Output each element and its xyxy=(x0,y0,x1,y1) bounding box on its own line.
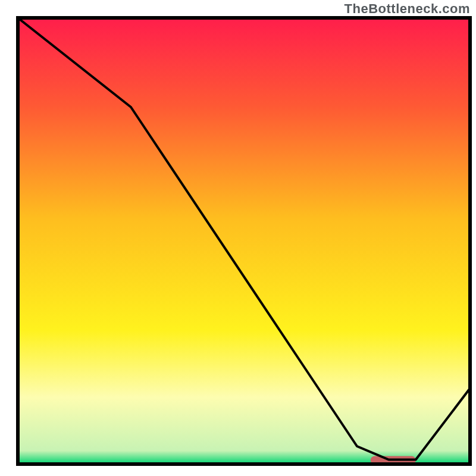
bottleneck-chart xyxy=(0,0,476,476)
watermark-text: TheBottleneck.com xyxy=(345,1,470,17)
chart-background xyxy=(18,18,470,464)
chart-container: TheBottleneck.com xyxy=(0,0,476,476)
